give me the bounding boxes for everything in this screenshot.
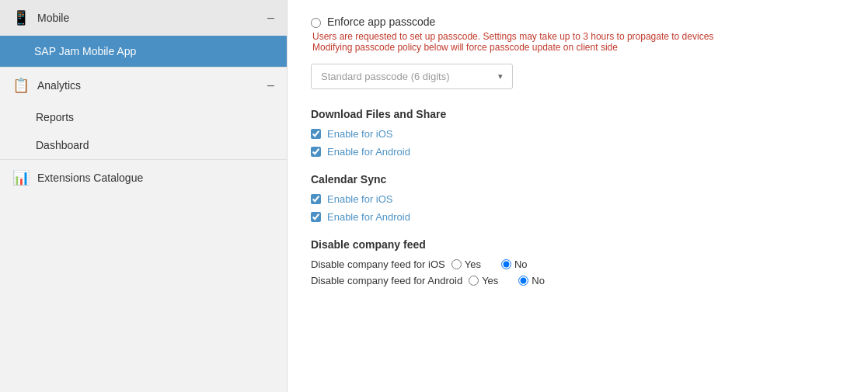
reports-label: Reports: [36, 111, 74, 123]
download-ios-row: Enable for iOS: [311, 128, 845, 140]
sidebar-item-dashboard[interactable]: Dashboard: [0, 131, 287, 159]
calendar-ios-row: Enable for iOS: [311, 193, 845, 205]
disable-feed-android-no-radio[interactable]: [518, 276, 528, 286]
disable-feed-title: Disable company feed: [311, 238, 845, 251]
sap-jam-label: SAP Jam Mobile App: [12, 45, 136, 57]
enforce-desc-line2: Modifying passcode policy below will for…: [312, 42, 845, 53]
sidebar-item-extensions[interactable]: 📊 Extensions Catalogue: [0, 160, 287, 196]
chevron-down-icon: ▾: [498, 71, 503, 82]
calendar-android-row: Enable for Android: [311, 211, 845, 223]
calendar-section: Calendar Sync Enable for iOS Enable for …: [311, 173, 845, 223]
analytics-icon: 📋: [12, 77, 30, 94]
disable-feed-android-yes-option: Yes: [469, 275, 507, 286]
disable-feed-android-yes-radio[interactable]: [469, 276, 479, 286]
passcode-dropdown[interactable]: Standard passcode (6 digits) ▾: [311, 64, 513, 89]
sidebar-item-sap-jam[interactable]: SAP Jam Mobile App: [0, 36, 287, 67]
mobile-icon: 📱: [12, 9, 30, 26]
calendar-ios-checkbox[interactable]: [311, 194, 321, 204]
extensions-icon: 📊: [12, 169, 30, 186]
download-ios-label: Enable for iOS: [327, 128, 393, 140]
download-ios-checkbox[interactable]: [311, 129, 321, 139]
passcode-placeholder-text: Standard passcode (6 digits): [321, 71, 449, 82]
download-section: Download Files and Share Enable for iOS …: [311, 108, 845, 158]
enforce-passcode-row: Enforce app passcode: [311, 16, 845, 28]
download-android-checkbox[interactable]: [311, 147, 321, 157]
sidebar-mobile-label: Mobile: [37, 12, 69, 24]
calendar-ios-label: Enable for iOS: [327, 193, 393, 205]
calendar-section-title: Calendar Sync: [311, 173, 845, 186]
disable-feed-ios-no-option: No: [501, 258, 537, 270]
extensions-label: Extensions Catalogue: [37, 172, 143, 184]
analytics-collapse-icon: –: [267, 78, 274, 92]
enforce-passcode-label: Enforce app passcode: [327, 16, 435, 28]
disable-feed-ios-text: Disable company feed for iOS: [311, 258, 445, 270]
download-android-label: Enable for Android: [327, 146, 410, 158]
disable-feed-ios-no-radio[interactable]: [501, 259, 511, 269]
dashboard-label: Dashboard: [36, 139, 89, 151]
disable-feed-android-yes-label: Yes: [482, 275, 498, 286]
disable-feed-ios-no-label: No: [514, 258, 528, 270]
sidebar-item-reports[interactable]: Reports: [0, 103, 287, 131]
sidebar-analytics-label: Analytics: [37, 79, 81, 92]
enforce-description: Users are requested to set up passcode. …: [312, 31, 845, 53]
enforce-desc-line1: Users are requested to set up passcode. …: [312, 31, 845, 42]
disable-feed-android-text: Disable company feed for Android: [311, 275, 462, 286]
disable-feed-android-no-label: No: [532, 275, 545, 286]
sidebar: 📱 Mobile – SAP Jam Mobile App 📋 Analytic…: [0, 0, 288, 392]
sidebar-item-mobile[interactable]: 📱 Mobile –: [0, 0, 287, 36]
disable-feed-ios-yes-option: Yes: [451, 258, 490, 270]
enforce-passcode-radio[interactable]: [311, 18, 321, 28]
disable-feed-android-row: Disable company feed for Android Yes No: [311, 275, 845, 286]
download-section-title: Download Files and Share: [311, 108, 845, 120]
sidebar-item-analytics[interactable]: 📋 Analytics –: [0, 68, 287, 103]
calendar-android-label: Enable for Android: [327, 211, 410, 223]
disable-feed-android-no-option: No: [518, 275, 554, 286]
disable-feed-ios-row: Disable company feed for iOS Yes No: [311, 258, 845, 270]
mobile-collapse-icon: –: [267, 11, 274, 25]
calendar-android-checkbox[interactable]: [311, 212, 321, 222]
disable-feed-section: Disable company feed Disable company fee…: [311, 238, 845, 286]
disable-feed-ios-yes-radio[interactable]: [451, 259, 462, 269]
download-android-row: Enable for Android: [311, 146, 845, 158]
main-content: Enforce app passcode Users are requested…: [288, 0, 868, 392]
disable-feed-ios-yes-label: Yes: [465, 258, 481, 270]
